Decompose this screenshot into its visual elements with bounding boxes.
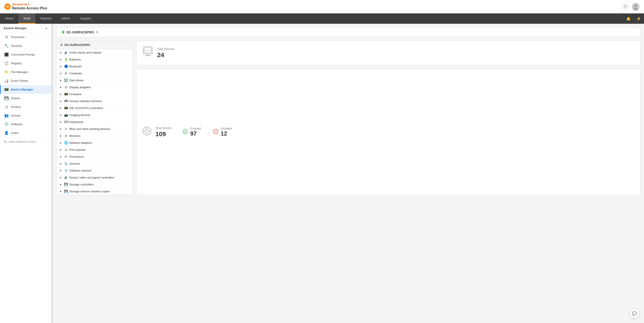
tree-item-monitors[interactable]: ▶ 🖥 Monitors: [57, 132, 132, 139]
expand-icon-bluetooth[interactable]: ▶: [60, 65, 62, 68]
sidebar-item-event-viewer[interactable]: 📊 Event Viewer: [0, 76, 51, 85]
me-logo-icon: ME: [4, 3, 11, 10]
expand-icon-computer[interactable]: ▶: [60, 72, 62, 75]
expand-icon-processors[interactable]: ▶: [60, 155, 62, 158]
services-icon: 🔧: [4, 44, 9, 48]
top-header: ME ManageEngine Remote Access Plus ?: [0, 0, 644, 13]
tree-item-bluetooth[interactable]: ▶ 🔵 Bluetooth: [57, 63, 132, 70]
product-name: Remote Access Plus: [12, 6, 47, 10]
sidebar-collapse-icon[interactable]: ▲: [45, 26, 48, 30]
machine-name: DC-SURFACEPRO: [66, 30, 94, 34]
expand-icon-storage[interactable]: ▶: [60, 183, 62, 186]
expand-icon-firmware[interactable]: ▶: [60, 93, 62, 96]
tree-label-print: Print queues: [69, 148, 86, 151]
svg-point-0: [634, 4, 637, 7]
content-grid: 🖥 DC-SURFACEPRO ▶ 🔊 Audio inputs and out…: [56, 41, 640, 195]
tree-item-storage-shadow[interactable]: ▶ 💾 Storage volume shadow copies: [57, 188, 132, 195]
sensors-icon: 📡: [64, 162, 68, 165]
product-bold: Plus: [40, 6, 47, 10]
tree-item-audio[interactable]: ▶ 🔊 Audio inputs and outputs: [57, 49, 132, 56]
expand-icon-disk[interactable]: ▶: [60, 79, 62, 82]
expand-icon-monitors[interactable]: ▶: [60, 134, 62, 137]
tree-item-display-adapters[interactable]: ▶ 🖥 Display adapters: [57, 84, 132, 91]
tree-item-hid[interactable]: ▶ 🎮 Human Interface Devices: [57, 98, 132, 105]
tree-item-mice[interactable]: ▶ 🖱 Mice and other pointing devices: [57, 125, 132, 132]
tree-label-computer: Computer: [69, 72, 82, 75]
nav-tools[interactable]: Tools: [18, 13, 36, 24]
chat-widget[interactable]: 💬: [630, 309, 640, 319]
expand-icon-hid[interactable]: ▶: [60, 100, 62, 103]
sidebar-item-printers[interactable]: 🖨 Printers: [0, 103, 51, 111]
sidebar-item-shares[interactable]: 💾 Shares: [0, 94, 51, 103]
product-normal: Remote Access: [12, 6, 40, 10]
sidebar-item-software[interactable]: 💿 Software: [0, 120, 51, 129]
tree-item-computer[interactable]: ▶ 🖥 Computer: [57, 70, 132, 77]
expand-icon-display[interactable]: ▶: [60, 86, 62, 89]
expand-icon-imaging[interactable]: ▶: [60, 114, 62, 116]
sidebar-additional-tools[interactable]: 🔨 Need Additional Tools?: [0, 137, 51, 146]
expand-icon-network[interactable]: ▶: [60, 141, 62, 144]
disabled-label: Disabled: [221, 127, 232, 130]
expand-icon-software-devices[interactable]: ▶: [60, 169, 62, 172]
sidebar-label-command-prompt: Command Prompt: [11, 53, 34, 56]
tree-item-sound-video[interactable]: ▶ 🔊 Sound, video and game controllers: [57, 174, 132, 181]
user-avatar[interactable]: [632, 3, 640, 10]
firmware-icon: 📟: [64, 92, 68, 96]
tree-item-disk-drives[interactable]: ▶ 💽 Disk drives: [57, 77, 132, 84]
sidebar-item-users[interactable]: 👤 Users: [0, 129, 51, 137]
machine-dropdown-arrow[interactable]: ▼: [96, 31, 98, 34]
tree-item-batteries[interactable]: ▶ 🔋 Batteries: [57, 56, 132, 63]
expand-icon-mice[interactable]: ▶: [60, 127, 62, 130]
tree-item-print-queues[interactable]: ▶ 🖨 Print queues: [57, 146, 132, 153]
device-manager-icon: 📟: [4, 87, 9, 92]
tree-item-processors[interactable]: ▶ ⚙ Processors: [57, 153, 132, 160]
tree-item-software-devices[interactable]: ▶ 💿 Software devices: [57, 167, 132, 174]
expand-icon-batteries[interactable]: ▶: [60, 58, 62, 61]
tree-item-ide[interactable]: ▶ 📟 IDE ATA/ATAPI controllers: [57, 105, 132, 112]
expand-icon-ide[interactable]: ▶: [60, 107, 62, 109]
expand-icon-shadow[interactable]: ▶: [60, 190, 62, 193]
tree-item-keyboards[interactable]: ▶ ⌨ Keyboards: [57, 118, 132, 125]
sound-icon: 🔊: [64, 176, 68, 179]
sidebar-title: System Manager: [4, 26, 27, 30]
sidebar-item-registry[interactable]: 📋 Registry: [0, 59, 51, 68]
shadow-icon: 💾: [64, 190, 68, 193]
sidebar-item-processes[interactable]: ⚙ Processes: [0, 33, 51, 41]
sidebar-item-command-prompt[interactable]: ⬛ Command Prompt: [0, 50, 51, 59]
printers-icon: 🖨: [4, 105, 9, 109]
sidebar-item-device-manager[interactable]: 📟 Device Manager: [0, 85, 51, 94]
enabled-info: Enabled 97: [190, 127, 201, 137]
expand-icon-sensors[interactable]: ▶: [60, 162, 62, 165]
notification-button[interactable]: 🔔: [623, 13, 634, 24]
resize-handle[interactable]: [52, 24, 53, 323]
tree-item-firmware[interactable]: ▶ 📟 Firmware: [57, 91, 132, 98]
help-button[interactable]: ?: [622, 3, 628, 10]
sidebar-item-groups[interactable]: 👥 Groups: [0, 111, 51, 120]
software-devices-icon: 💿: [64, 169, 68, 172]
nav-admin[interactable]: Admin: [56, 13, 75, 24]
nav-reports[interactable]: Reports: [36, 13, 56, 24]
tree-label-keyboards: Keyboards: [69, 120, 83, 124]
expand-icon-audio[interactable]: ▶: [60, 51, 62, 54]
processors-icon: ⚙: [64, 155, 68, 158]
sidebar-label-processes: Processes: [11, 35, 25, 39]
tree-item-sensors[interactable]: ▶ 📡 Sensors: [57, 160, 132, 167]
power-button[interactable]: ⚡: [634, 13, 644, 24]
tree-label-monitors: Monitors: [69, 134, 80, 138]
registry-icon: 📋: [4, 61, 9, 65]
stats-panel: Total Devices 24: [136, 41, 640, 195]
expand-icon-sound[interactable]: ▶: [60, 176, 62, 179]
imaging-icon: 📷: [64, 113, 68, 117]
tree-item-network-adapters[interactable]: ▶ 🌐 Network adapters: [57, 139, 132, 146]
disabled-stat-item: Disabled 12: [213, 127, 232, 137]
sidebar-label-shares: Shares: [11, 96, 20, 100]
tree-item-imaging[interactable]: ▶ 📷 Imaging devices: [57, 112, 132, 118]
expand-icon-print[interactable]: ▶: [60, 148, 62, 151]
tree-label-network: Network adapters: [69, 141, 92, 144]
tree-item-storage-controllers[interactable]: ▶ 💾 Storage controllers: [57, 181, 132, 188]
sidebar-item-services[interactable]: 🔧 Services: [0, 41, 51, 50]
expand-icon-keyboards[interactable]: ▶: [60, 120, 62, 123]
nav-support[interactable]: Support: [75, 13, 96, 24]
sidebar-item-file-manager[interactable]: 📁 File Manager: [0, 68, 51, 76]
nav-home[interactable]: Home: [0, 13, 18, 24]
